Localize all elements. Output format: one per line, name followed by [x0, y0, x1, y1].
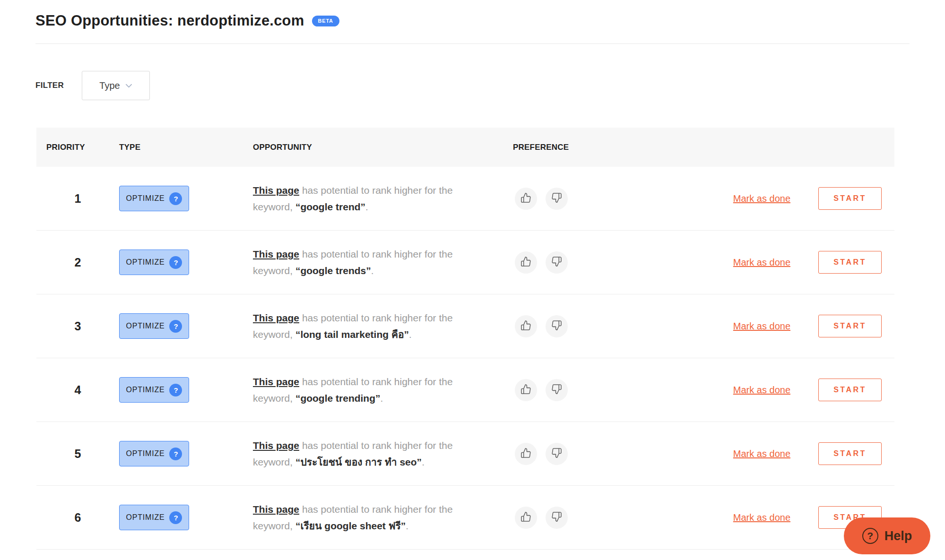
- start-button[interactable]: START: [818, 187, 882, 210]
- this-page-link[interactable]: This page: [253, 249, 299, 259]
- question-icon[interactable]: ?: [169, 256, 182, 269]
- opportunity-suffix: .: [406, 520, 408, 531]
- thumbs-down-icon: [551, 511, 562, 524]
- mark-as-done-link[interactable]: Mark as done: [733, 448, 790, 459]
- table-row: 1 OPTIMIZE ? This page has potential to …: [36, 167, 894, 231]
- opportunity-keyword: “เรียน google sheet ฟรี”: [295, 520, 406, 531]
- preference-cell: [513, 379, 678, 401]
- this-page-link[interactable]: This page: [253, 440, 299, 451]
- thumbs-up-button[interactable]: [515, 251, 537, 274]
- this-page-link[interactable]: This page: [253, 312, 299, 323]
- opportunity-line2-prefix: keyword,: [253, 393, 293, 404]
- thumbs-down-button[interactable]: [546, 507, 568, 529]
- optimize-type-button[interactable]: OPTIMIZE ?: [119, 377, 189, 403]
- question-icon[interactable]: ?: [169, 384, 182, 396]
- preference-cell: [513, 315, 678, 337]
- column-header-preference: PREFERENCE: [513, 143, 678, 152]
- filter-bar: FILTER Type: [35, 71, 910, 100]
- start-button[interactable]: START: [818, 442, 882, 465]
- opportunity-keyword: “ประโยชน์ ของ การ ทำ seo”: [295, 457, 422, 467]
- actions-cell: Mark as done START: [678, 251, 894, 274]
- start-button[interactable]: START: [818, 315, 882, 337]
- type-cell: OPTIMIZE ?: [119, 313, 253, 339]
- thumbs-down-icon: [551, 384, 562, 396]
- question-icon[interactable]: ?: [169, 320, 182, 333]
- opportunity-suffix: .: [422, 457, 425, 467]
- table-row: 2 OPTIMIZE ? This page has potential to …: [36, 231, 894, 294]
- preference-cell: [513, 188, 678, 210]
- preference-cell: [513, 251, 678, 274]
- mark-as-done-link[interactable]: Mark as done: [733, 321, 790, 332]
- opportunity-line2-prefix: keyword,: [253, 329, 293, 340]
- column-header-opportunity: OPPORTUNITY: [253, 143, 513, 152]
- thumbs-down-button[interactable]: [546, 188, 568, 210]
- priority-number: 1: [36, 192, 119, 206]
- column-header-priority: PRIORITY: [36, 143, 119, 152]
- opportunity-line2-prefix: keyword,: [253, 201, 293, 212]
- type-cell: OPTIMIZE ?: [119, 377, 253, 403]
- mark-as-done-link[interactable]: Mark as done: [733, 257, 790, 268]
- chevron-down-icon: [125, 82, 132, 89]
- opportunity-text: This page has potential to rank higher f…: [253, 501, 489, 534]
- question-icon[interactable]: ?: [169, 448, 182, 460]
- mark-as-done-link[interactable]: Mark as done: [733, 512, 790, 523]
- this-page-link[interactable]: This page: [253, 504, 299, 515]
- opportunity-line1: has potential to rank higher for the: [302, 440, 453, 451]
- table-header: PRIORITY TYPE OPPORTUNITY PREFERENCE: [36, 128, 894, 167]
- thumbs-up-icon: [520, 320, 531, 332]
- seo-opportunities-page: SEO Opportunities: nerdoptimize.com BETA…: [0, 0, 945, 560]
- priority-number: 3: [36, 319, 119, 333]
- mark-as-done-link[interactable]: Mark as done: [733, 385, 790, 396]
- opportunity-text: This page has potential to rank higher f…: [253, 182, 489, 215]
- start-button[interactable]: START: [818, 251, 882, 274]
- opportunity-line1: has potential to rank higher for the: [302, 312, 453, 323]
- opportunity-suffix: .: [409, 329, 412, 340]
- type-cell: OPTIMIZE ?: [119, 186, 253, 211]
- help-icon: ?: [862, 528, 878, 544]
- type-filter-dropdown[interactable]: Type: [82, 71, 150, 100]
- thumbs-down-icon: [551, 448, 562, 460]
- thumbs-up-button[interactable]: [515, 315, 537, 337]
- thumbs-up-icon: [520, 384, 531, 396]
- actions-cell: Mark as done START: [678, 187, 894, 210]
- beta-badge: BETA: [312, 16, 339, 26]
- thumbs-down-button[interactable]: [546, 379, 568, 401]
- optimize-type-button[interactable]: OPTIMIZE ?: [119, 505, 189, 530]
- type-cell: OPTIMIZE ?: [119, 441, 253, 466]
- mark-as-done-link[interactable]: Mark as done: [733, 193, 790, 204]
- question-icon[interactable]: ?: [169, 192, 182, 205]
- thumbs-down-button[interactable]: [546, 315, 568, 337]
- this-page-link[interactable]: This page: [253, 376, 299, 387]
- optimize-type-button[interactable]: OPTIMIZE ?: [119, 441, 189, 466]
- optimize-label: OPTIMIZE: [126, 258, 165, 267]
- table-row: 3 OPTIMIZE ? This page has potential to …: [36, 294, 894, 358]
- thumbs-down-button[interactable]: [546, 251, 568, 274]
- help-button[interactable]: ? Help: [844, 517, 930, 554]
- table-row: 5 OPTIMIZE ? This page has potential to …: [36, 422, 894, 486]
- thumbs-up-icon: [520, 448, 531, 460]
- question-icon[interactable]: ?: [169, 511, 182, 524]
- thumbs-up-button[interactable]: [515, 443, 537, 465]
- opportunity-line2-prefix: keyword,: [253, 265, 293, 276]
- help-label: Help: [884, 529, 912, 543]
- opportunity-text: This page has potential to rank higher f…: [253, 246, 489, 279]
- thumbs-up-button[interactable]: [515, 379, 537, 401]
- start-button[interactable]: START: [818, 379, 882, 401]
- opportunity-text: This page has potential to rank higher f…: [253, 310, 489, 343]
- priority-number: 5: [36, 447, 119, 461]
- optimize-label: OPTIMIZE: [126, 386, 165, 394]
- opportunity-line1: has potential to rank higher for the: [302, 504, 453, 515]
- type-cell: OPTIMIZE ?: [119, 505, 253, 530]
- opportunity-suffix: .: [365, 201, 368, 212]
- thumbs-up-icon: [520, 256, 531, 268]
- this-page-link[interactable]: This page: [253, 185, 299, 196]
- thumbs-up-button[interactable]: [515, 507, 537, 529]
- opportunity-keyword: “google trend”: [295, 201, 365, 212]
- thumbs-down-button[interactable]: [546, 443, 568, 465]
- optimize-type-button[interactable]: OPTIMIZE ?: [119, 250, 189, 275]
- thumbs-down-icon: [551, 320, 562, 332]
- thumbs-up-button[interactable]: [515, 188, 537, 210]
- actions-cell: Mark as done START: [678, 442, 894, 465]
- optimize-type-button[interactable]: OPTIMIZE ?: [119, 186, 189, 211]
- optimize-type-button[interactable]: OPTIMIZE ?: [119, 313, 189, 339]
